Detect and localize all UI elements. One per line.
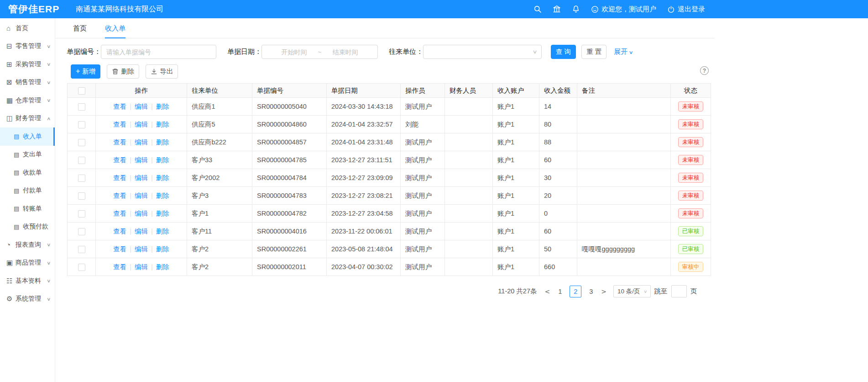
sidebar-item-sales[interactable]: ⊠销售管理∨ — [0, 74, 55, 92]
row-checkbox[interactable] — [78, 103, 85, 111]
sidebar-item-receipt-bill[interactable]: ▤收款单 — [0, 164, 55, 182]
delete-button[interactable]: 删除 — [107, 64, 139, 79]
delete-link[interactable]: 删除 — [156, 138, 169, 146]
edit-link[interactable]: 编辑 — [135, 138, 148, 146]
export-button[interactable]: 导出 — [146, 64, 178, 79]
bank-icon[interactable] — [553, 5, 561, 13]
view-link[interactable]: 查看 — [113, 263, 126, 271]
help-icon[interactable]: ? — [700, 66, 709, 75]
view-link[interactable]: 查看 — [113, 245, 126, 253]
edit-link[interactable]: 编辑 — [135, 103, 148, 110]
tab-income-bill[interactable]: 收入单 — [105, 18, 125, 38]
sidebar-item-goods[interactable]: ▣商品管理∨ — [0, 254, 55, 272]
partner-cell: 供应商5 — [187, 116, 252, 133]
view-link[interactable]: 查看 — [113, 103, 126, 110]
page-list: 123 — [552, 286, 599, 297]
sidebar-item-system[interactable]: ⚙系统管理∨ — [0, 290, 55, 308]
delete-link[interactable]: 删除 — [156, 121, 169, 128]
delete-link[interactable]: 删除 — [156, 156, 169, 164]
sidebar-item-transfer-bill[interactable]: ▤转账单 — [0, 200, 55, 218]
status-badge: 未审核 — [678, 119, 704, 129]
delete-link[interactable]: 删除 — [156, 103, 169, 110]
edit-link[interactable]: 编辑 — [135, 210, 148, 217]
sidebar-item-expense-bill[interactable]: ▤支出单 — [0, 146, 55, 164]
select-all-cell — [68, 84, 96, 98]
sidebar-item-payment-bill[interactable]: ▤付款单 — [0, 182, 55, 200]
finance-staff-cell — [445, 223, 493, 240]
sidebar-item-home[interactable]: ⌂首页 — [0, 19, 55, 37]
sidebar-item-warehouse[interactable]: ▦仓库管理∨ — [0, 91, 55, 110]
delete-link[interactable]: 删除 — [156, 174, 169, 181]
chevron-up-icon: ∧ — [47, 116, 51, 121]
pagination-total: 11-20 共27条 — [498, 287, 537, 296]
row-checkbox[interactable] — [78, 175, 85, 182]
view-link[interactable]: 查看 — [113, 174, 126, 181]
sidebar-item-finance[interactable]: ◫财务管理∧ — [0, 110, 55, 128]
delete-link[interactable]: 删除 — [156, 192, 169, 199]
prev-page-button[interactable]: < — [545, 288, 550, 295]
bill-no-input[interactable] — [101, 45, 216, 59]
partner-cell: 客户3 — [187, 187, 252, 205]
sidebar-item-report[interactable]: ◔报表查询∨ — [0, 236, 55, 254]
delete-link[interactable]: 删除 — [156, 210, 169, 217]
row-checkbox[interactable] — [78, 121, 85, 128]
sidebar-item-purchase[interactable]: ⊞采购管理∨ — [0, 55, 55, 74]
jump-input[interactable] — [671, 285, 687, 297]
row-checkbox[interactable] — [78, 139, 85, 146]
logout-text: 退出登录 — [678, 5, 705, 14]
bell-icon[interactable] — [572, 5, 580, 13]
expand-link[interactable]: 展开 ∨ — [614, 48, 633, 56]
start-date-input[interactable] — [273, 48, 315, 56]
end-date-input[interactable] — [324, 48, 366, 56]
add-button[interactable]: + 新增 — [71, 64, 100, 79]
edit-link[interactable]: 编辑 — [135, 263, 148, 271]
sidebar-item-label: 财务管理 — [16, 114, 41, 122]
page-3[interactable]: 3 — [585, 286, 597, 297]
logout-button[interactable]: 退出登录 — [667, 5, 705, 14]
row-checkbox[interactable] — [78, 246, 85, 253]
reset-button[interactable]: 重 置 — [581, 45, 607, 59]
page-size-select[interactable]: 10 条/页 ∨ — [613, 285, 651, 297]
next-page-button[interactable]: > — [601, 288, 607, 295]
delete-button-label: 删除 — [121, 67, 134, 76]
user-menu[interactable]: 欢迎您，测试用户 — [591, 5, 656, 14]
edit-link[interactable]: 编辑 — [135, 156, 148, 164]
sidebar-item-label: 销售管理 — [16, 78, 41, 86]
row-checkbox[interactable] — [78, 192, 85, 200]
view-link[interactable]: 查看 — [113, 228, 126, 235]
edit-link[interactable]: 编辑 — [135, 121, 148, 128]
search-button[interactable]: 查 询 — [551, 45, 576, 59]
delete-link[interactable]: 删除 — [156, 263, 169, 271]
link-separator: | — [151, 156, 153, 164]
link-separator: | — [130, 156, 131, 164]
view-link[interactable]: 查看 — [113, 192, 126, 199]
row-checkbox[interactable] — [78, 264, 85, 271]
partner-select[interactable]: ∨ — [423, 45, 542, 59]
page-2[interactable]: 2 — [570, 286, 581, 297]
row-checkbox[interactable] — [78, 210, 85, 218]
view-link[interactable]: 查看 — [113, 121, 126, 128]
sidebar-item-income-bill[interactable]: ▤收入单 — [0, 127, 55, 146]
tab-home[interactable]: 首页 — [73, 18, 87, 38]
company-name: 南通某某网络科技有限公司 — [76, 5, 163, 14]
edit-link[interactable]: 编辑 — [135, 174, 148, 181]
select-all-checkbox[interactable] — [78, 87, 85, 95]
view-link[interactable]: 查看 — [113, 210, 126, 217]
row-checkbox[interactable] — [78, 228, 85, 235]
edit-link[interactable]: 编辑 — [135, 245, 148, 253]
search-icon[interactable] — [533, 5, 542, 13]
delete-link[interactable]: 删除 — [156, 245, 169, 253]
page-1[interactable]: 1 — [554, 286, 566, 297]
view-link[interactable]: 查看 — [113, 138, 126, 146]
view-link[interactable]: 查看 — [113, 156, 126, 164]
link-separator: | — [130, 138, 131, 146]
amount-cell: 88 — [539, 133, 577, 151]
delete-link[interactable]: 删除 — [156, 228, 169, 235]
sidebar-item-basic[interactable]: ☷基本资料∨ — [0, 272, 55, 290]
sidebar-item-retail[interactable]: ⊟零售管理∨ — [0, 37, 55, 56]
edit-link[interactable]: 编辑 — [135, 192, 148, 199]
sidebar-item-advance-receipt[interactable]: ▤收预付款 — [0, 218, 55, 236]
date-range-picker[interactable]: ~ — [261, 45, 378, 59]
edit-link[interactable]: 编辑 — [135, 228, 148, 235]
row-checkbox[interactable] — [78, 157, 85, 164]
